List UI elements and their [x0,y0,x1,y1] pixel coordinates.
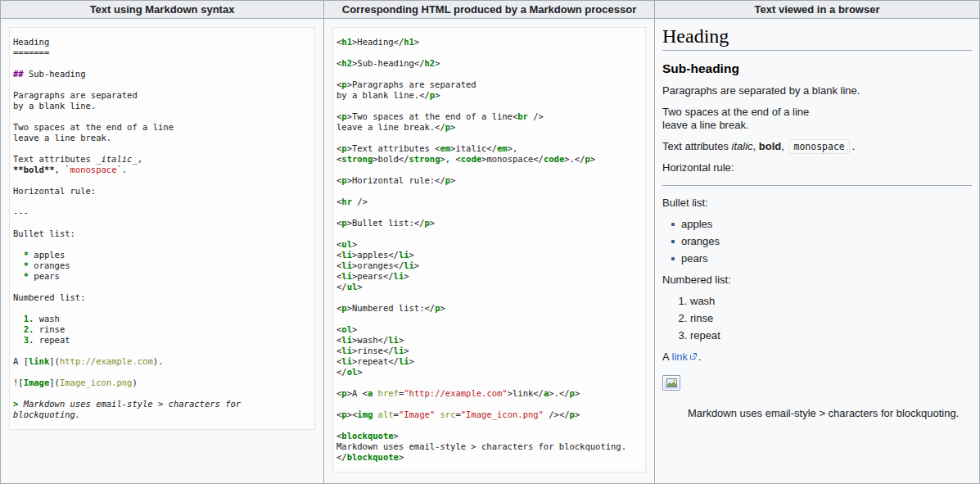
browser-render-cell: Heading Sub-heading Paragraphs are separ… [654,19,979,483]
rendered-hr-label: Horizontal rule: [662,161,972,174]
list-item: apples [671,218,972,231]
rendered-text-attributes: Text attributes italic, bold, monospace. [662,140,972,153]
rendered-blockquote: Markdown uses email-style > characters f… [688,407,972,420]
rendered-paragraph-blank-line: Paragraphs are separated by a blank line… [662,84,972,97]
list-item: rinse [690,312,972,325]
italic-sample: italic [732,140,753,152]
bold-sample: bold [759,140,781,152]
markdown-comparison-table: Text using Markdown syntax Corresponding… [0,0,980,484]
list-item: pears [671,252,972,265]
external-link[interactable]: link [672,351,689,363]
line-break-text-1: Two spaces at the end of a line [662,106,809,118]
markdown-source-cell: Heading======= ## Sub-heading Paragraphs… [1,19,323,483]
list-item: repeat [690,329,972,342]
markdown-code-block: Heading======= ## Sub-heading Paragraphs… [9,27,315,430]
column-header-markdown-syntax: Text using Markdown syntax [1,1,323,19]
broken-image-placeholder [662,375,680,391]
monospace-chip: monospace [788,139,849,154]
html-code-block: <h1>Heading</h1> <h2>Sub-heading</h2> <p… [332,27,646,473]
attrs-prefix: Text attributes [662,140,732,152]
rendered-numbered-label: Numbered list: [662,274,972,287]
column-header-html-output: Corresponding HTML produced by a Markdow… [323,1,654,19]
rendered-heading: Heading [662,25,972,51]
column-header-browser-view: Text viewed in a browser [654,1,979,19]
html-output-cell: <h1>Heading</h1> <h2>Sub-heading</h2> <p… [323,19,654,483]
list-item: oranges [671,235,972,248]
list-item: wash [690,295,972,308]
rendered-numbered-list: wash rinse repeat [662,295,972,342]
link-prefix: A [662,351,672,363]
rendered-horizontal-rule [662,185,972,186]
rendered-subheading: Sub-heading [662,61,972,76]
rendered-bullet-label: Bullet list: [662,197,972,210]
external-link-icon [689,351,698,364]
rendered-bullet-list: apples oranges pears [662,218,972,265]
line-break-text-2: leave a line break. [662,119,749,131]
link-suffix: . [698,351,702,363]
rendered-paragraph-line-break: Two spaces at the end of a lineleave a l… [662,106,972,132]
rendered-link-paragraph: A link. [662,351,972,364]
broken-image-icon [666,378,677,387]
